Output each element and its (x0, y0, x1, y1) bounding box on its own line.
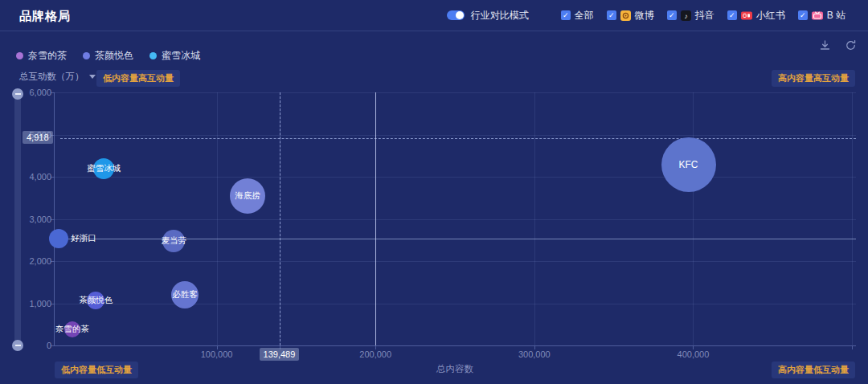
gridline-x (217, 92, 218, 345)
gridline-y (54, 135, 856, 136)
bubble-必胜客[interactable] (171, 281, 199, 308)
ref-line-dashed-horizontal (60, 138, 856, 139)
y-ref-highlight-badge: 4,918 (23, 131, 53, 144)
x-axis-title: 总内容数 (54, 363, 856, 375)
gridline-x (534, 92, 535, 345)
y-tick-label: 4,000 (16, 172, 51, 182)
y-axis-zoom-slider[interactable] (14, 90, 21, 350)
gridline-x (852, 92, 853, 345)
quadrant-label-top-left: 低内容量高互动量 (96, 70, 180, 87)
bubble-茶颜悦色[interactable] (87, 292, 104, 309)
gridline-y (54, 177, 856, 178)
bubble-奈雪的茶[interactable] (64, 321, 80, 337)
x-axis-tick (852, 346, 853, 349)
brand-landscape-panel: 品牌格局 行业对比模式 ✓全部✓微博✓♪抖音✓小红书✓B 站 奈雪的茶茶颜悦色蜜… (0, 0, 868, 384)
y-tick-label: 1,000 (16, 299, 51, 308)
gridline-x (693, 92, 694, 345)
x-tick-label: 200,000 (343, 349, 407, 359)
bubble-好浙口[interactable] (49, 229, 68, 248)
gridline-y (54, 92, 856, 93)
bubble-KFC[interactable] (661, 137, 716, 192)
bubble-海底捞[interactable] (230, 178, 265, 214)
y-axis-line (54, 92, 55, 345)
y-slider-handle-bottom[interactable] (12, 340, 23, 351)
y-tick-label: 3,000 (16, 214, 51, 224)
x-tick-label: 100,000 (185, 349, 249, 359)
quadrant-label-bottom-left: 低内容量低互动量 (55, 362, 138, 378)
quadrant-label-top-right: 高内容量高互动量 (772, 70, 855, 87)
avg-line-vertical (375, 92, 376, 345)
scatter-chart: 01,0002,0003,0004,0005,0006,000100,00013… (0, 0, 868, 384)
bubble-麦当劳[interactable] (162, 230, 185, 252)
x-tick-label: 300,000 (502, 349, 567, 359)
y-tick-label: 2,000 (16, 256, 51, 266)
quadrant-label-bottom-right: 高内容量低互动量 (772, 362, 855, 378)
x-axis-line (54, 345, 856, 346)
gridline-y (54, 261, 856, 262)
ref-line-dashed-vertical (280, 92, 280, 345)
x-tick-highlight-badge: 139,489 (260, 348, 300, 361)
gridline-y (54, 219, 856, 220)
x-tick-label: 400,000 (661, 349, 725, 359)
y-slider-handle-top[interactable] (12, 88, 23, 100)
